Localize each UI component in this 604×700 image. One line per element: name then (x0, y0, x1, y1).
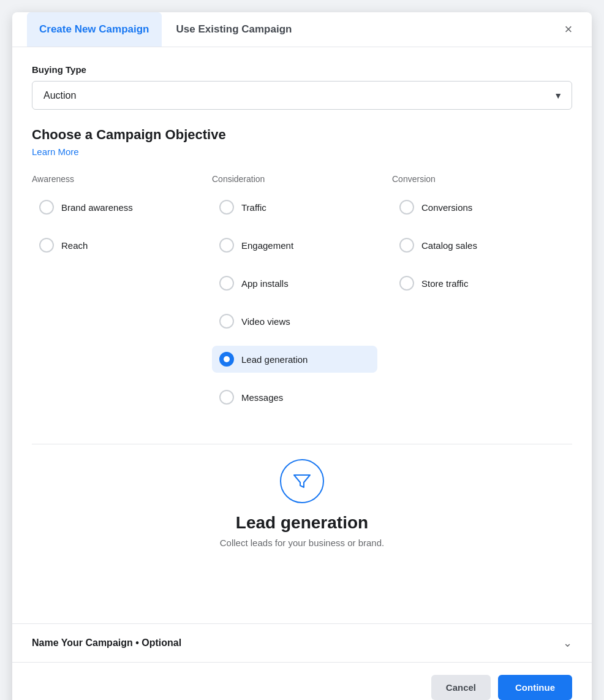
conversion-column: Conversion Conversions Catalog sales Sto… (392, 174, 572, 422)
selected-objective-description: Collect leads for your business or brand… (220, 538, 384, 548)
cancel-button[interactable]: Cancel (431, 675, 491, 700)
objective-grid: Awareness Brand awareness Reach Consider… (32, 174, 572, 422)
option-brand-awareness[interactable]: Brand awareness (32, 194, 197, 221)
radio-lead-generation (219, 352, 234, 367)
modal-body: Buying Type AuctionReach and Frequency ▼… (12, 47, 592, 623)
label-catalog-sales: Catalog sales (421, 240, 477, 251)
option-engagement[interactable]: Engagement (212, 232, 377, 259)
label-engagement: Engagement (241, 240, 293, 251)
modal-header: Create New Campaign Use Existing Campaig… (12, 12, 592, 47)
close-button[interactable]: × (557, 18, 579, 40)
radio-engagement (219, 238, 234, 253)
awareness-column-title: Awareness (32, 174, 197, 184)
option-reach[interactable]: Reach (32, 232, 197, 259)
conversion-column-title: Conversion (392, 174, 557, 184)
awareness-column: Awareness Brand awareness Reach (32, 174, 212, 422)
funnel-icon (291, 470, 313, 492)
name-campaign-label: Name Your Campaign • Optional (32, 637, 181, 649)
label-reach: Reach (61, 240, 88, 251)
buying-type-label: Buying Type (32, 64, 572, 75)
option-traffic[interactable]: Traffic (212, 194, 377, 221)
buying-type-select-wrapper: AuctionReach and Frequency ▼ (32, 81, 572, 110)
radio-brand-awareness (39, 200, 54, 215)
label-video-views: Video views (241, 316, 290, 327)
buying-type-select[interactable]: AuctionReach and Frequency (32, 81, 572, 110)
continue-button[interactable]: Continue (498, 675, 572, 700)
label-lead-generation: Lead generation (241, 354, 308, 365)
create-campaign-modal: Create New Campaign Use Existing Campaig… (12, 12, 592, 700)
radio-app-installs (219, 276, 234, 291)
label-brand-awareness: Brand awareness (61, 202, 133, 213)
option-catalog-sales[interactable]: Catalog sales (392, 232, 557, 259)
label-conversions: Conversions (421, 202, 472, 213)
radio-catalog-sales (399, 238, 414, 253)
selected-icon-circle (280, 459, 324, 503)
learn-more-link[interactable]: Learn More (32, 146, 79, 157)
tab-create-new-campaign[interactable]: Create New Campaign (27, 12, 162, 47)
selected-objective-title: Lead generation (236, 513, 368, 533)
option-video-views[interactable]: Video views (212, 308, 377, 335)
label-store-traffic: Store traffic (421, 278, 468, 289)
radio-video-views (219, 314, 234, 329)
consideration-column-title: Consideration (212, 174, 377, 184)
selected-objective-info: Lead generation Collect leads for your b… (32, 444, 572, 568)
label-messages: Messages (241, 392, 283, 403)
label-traffic: Traffic (241, 202, 266, 213)
modal-footer: Cancel Continue (12, 662, 592, 700)
radio-reach (39, 238, 54, 253)
radio-store-traffic (399, 276, 414, 291)
option-app-installs[interactable]: App installs (212, 270, 377, 297)
campaign-objective-section: Choose a Campaign Objective Learn More A… (32, 127, 572, 422)
consideration-column: Consideration Traffic Engagement App ins… (212, 174, 392, 422)
name-campaign-section[interactable]: Name Your Campaign • Optional ⌄ (12, 623, 592, 662)
radio-messages (219, 390, 234, 405)
radio-conversions (399, 200, 414, 215)
chevron-down-icon: ⌄ (563, 636, 572, 650)
option-messages[interactable]: Messages (212, 384, 377, 411)
option-lead-generation[interactable]: Lead generation (212, 346, 377, 373)
buying-type-section: Buying Type AuctionReach and Frequency ▼ (32, 64, 572, 110)
objective-title: Choose a Campaign Objective (32, 127, 572, 143)
radio-traffic (219, 200, 234, 215)
tab-use-existing-campaign[interactable]: Use Existing Campaign (164, 12, 304, 47)
option-store-traffic[interactable]: Store traffic (392, 270, 557, 297)
option-conversions[interactable]: Conversions (392, 194, 557, 221)
label-app-installs: App installs (241, 278, 289, 289)
